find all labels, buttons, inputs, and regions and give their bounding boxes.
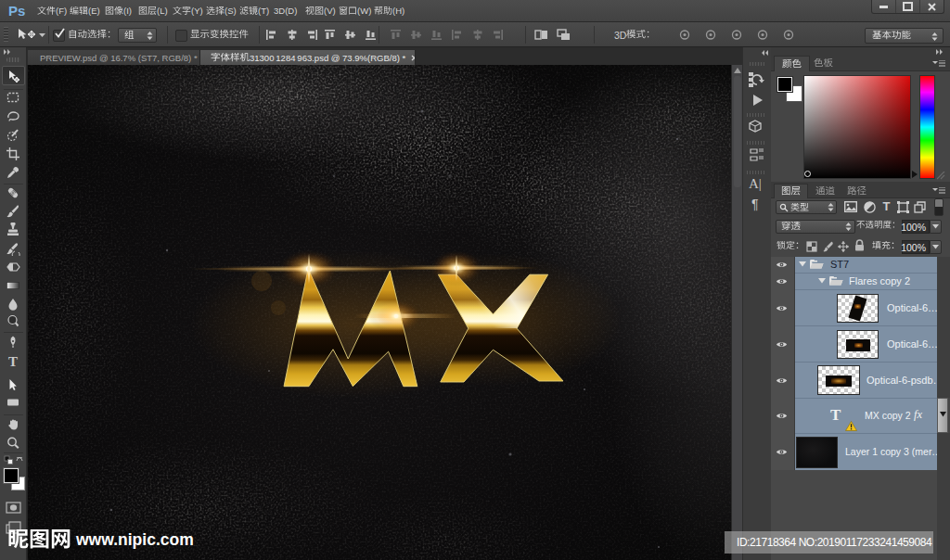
svg-text:T: T bbox=[8, 354, 18, 369]
